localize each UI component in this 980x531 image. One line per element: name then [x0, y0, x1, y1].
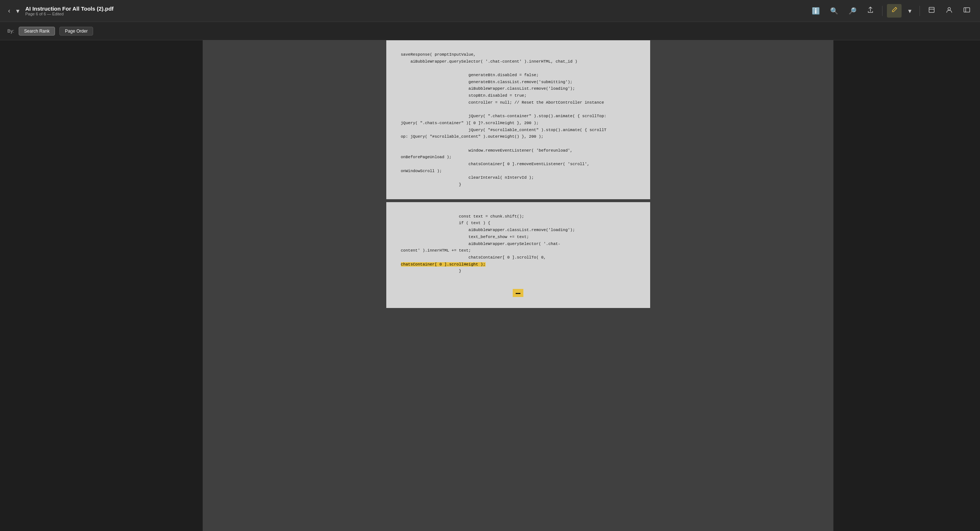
sidebar-button[interactable]	[959, 4, 974, 17]
zoom-out-icon: 🔍	[830, 7, 838, 15]
page2-code-before: const text = chunk.shift(); if ( text ) …	[401, 213, 635, 275]
highlighted-code: chatsContainer[ 0 ].scrollHeight );	[401, 262, 485, 266]
sidebar-icon	[963, 6, 970, 15]
sort-bar: By: Search Rank Page Order	[0, 22, 980, 40]
account-icon	[945, 6, 953, 15]
window-icon	[928, 6, 935, 15]
info-button[interactable]: ℹ️	[808, 5, 824, 17]
app-header: ‹ ▾ AI Instruction For All Tools (2).pdf…	[0, 0, 980, 22]
doc-subtitle: Page 6 of 6 — Edited	[25, 12, 114, 16]
svg-rect-0	[929, 7, 934, 13]
sort-search-rank-button[interactable]: Search Rank	[19, 27, 55, 35]
pdf-page-2: const text = chunk.shift(); if ( text ) …	[386, 202, 650, 308]
right-panel	[834, 40, 980, 531]
toolbar-divider-2	[920, 6, 920, 16]
header-right: ℹ️ 🔍 🔎 ▾	[808, 4, 974, 17]
left-panel	[0, 40, 203, 531]
share-icon	[867, 6, 874, 15]
account-button[interactable]	[942, 4, 956, 17]
main-content: saveResponse( promptInputValue, aiBubble…	[0, 40, 980, 531]
sort-page-order-button[interactable]: Page Order	[59, 27, 93, 35]
zoom-in-button[interactable]: 🔎	[845, 5, 860, 17]
annotate-dropdown-button[interactable]: ▾	[905, 5, 915, 17]
annotate-icon	[891, 6, 898, 15]
toolbar-divider-1	[882, 6, 883, 16]
pdf-viewer[interactable]: saveResponse( promptInputValue, aiBubble…	[203, 40, 834, 531]
share-button[interactable]	[863, 4, 878, 17]
doc-title: AI Instruction For All Tools (2).pdf Pag…	[25, 5, 114, 16]
zoom-in-icon: 🔎	[848, 7, 856, 15]
window-button[interactable]	[924, 4, 939, 17]
pdf-page-1: saveResponse( promptInputValue, aiBubble…	[386, 40, 650, 199]
svg-rect-2	[964, 8, 970, 12]
sort-label: By:	[7, 28, 14, 34]
svg-point-1	[948, 8, 951, 10]
page1-code: saveResponse( promptInputValue, aiBubble…	[401, 51, 635, 188]
header-left: ‹ ▾ AI Instruction For All Tools (2).pdf…	[6, 5, 114, 16]
bottom-highlight-bar: ▬▬	[513, 289, 523, 297]
annotate-button[interactable]	[887, 4, 902, 17]
nav-dropdown-button[interactable]: ▾	[14, 5, 22, 16]
zoom-out-button[interactable]: 🔍	[826, 5, 842, 17]
chevron-down-icon: ▾	[908, 7, 912, 15]
doc-filename: AI Instruction For All Tools (2).pdf	[25, 5, 114, 12]
doc-nav: ‹ ▾	[6, 5, 22, 16]
info-icon: ℹ️	[812, 7, 820, 15]
nav-prev-button[interactable]: ‹	[6, 5, 13, 16]
